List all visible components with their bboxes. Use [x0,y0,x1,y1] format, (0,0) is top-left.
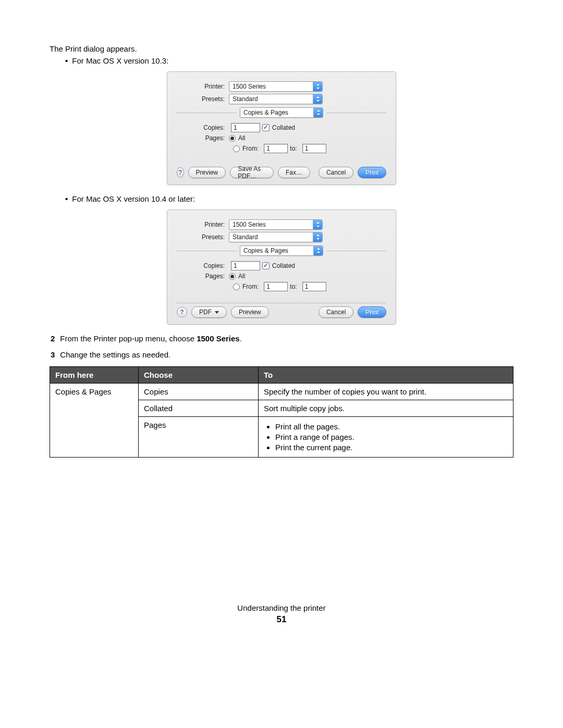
print-dialog-104: Printer: 1500 Series Presets: Standard C… [167,209,396,325]
step-2: 2From the Printer pop-up menu, choose 15… [50,334,513,343]
bullet-103: •For Mac OS X version 10.3: [65,56,513,65]
collated-checkbox[interactable] [262,262,270,269]
divider [326,251,386,251]
pages-all-label: All [238,273,245,280]
collated-checkbox[interactable] [262,124,270,131]
cell-choose: Collated [139,400,259,417]
th-to: To [259,367,513,384]
popup-arrow-icon [313,94,322,104]
help-button[interactable]: ? [177,307,187,317]
th-choose: Choose [139,367,259,384]
preview-button[interactable]: Preview [231,306,269,318]
pages-all-radio[interactable] [229,135,236,142]
section-value: Copies & Pages [243,247,288,254]
presets-popup[interactable]: Standard [229,232,323,242]
pages-to-label: to: [290,145,297,152]
table-row: Copies & Pages Copies Specify the number… [50,384,513,400]
divider [177,251,237,251]
cell-choose: Pages [139,417,259,458]
preview-button[interactable]: Preview [188,167,226,178]
presets-value: Standard [232,95,258,103]
collated-label: Collated [272,124,295,131]
copies-label: Copies: [177,124,229,131]
print-dialog-103: Printer: 1500 Series Presets: Standard C… [167,71,396,185]
pages-to-label: to: [290,283,297,290]
presets-popup[interactable]: Standard [229,94,323,104]
section-value: Copies & Pages [243,109,288,116]
help-button[interactable]: ? [177,167,184,178]
print-button[interactable]: Print [358,306,386,318]
pdf-menu-button[interactable]: PDF [191,306,227,318]
section-popup[interactable]: Copies & Pages [240,245,323,256]
divider [326,113,386,113]
fax-button[interactable]: Fax… [278,167,310,178]
popup-arrow-icon [313,232,322,242]
pages-to-field[interactable]: 1 [302,282,326,291]
footer-title: Understanding the printer [50,603,513,612]
pages-label: Pages: [177,273,229,280]
pages-from-radio[interactable] [233,283,240,290]
pages-all-radio[interactable] [229,273,236,280]
popup-arrow-icon [313,246,323,255]
printer-value: 1500 Series [232,83,266,90]
section-popup[interactable]: Copies & Pages [240,107,323,118]
presets-label: Presets: [177,233,229,241]
printer-label: Printer: [177,221,229,228]
bullet-103-text: For Mac OS X version 10.3: [72,56,168,65]
printer-popup[interactable]: 1500 Series [229,219,323,230]
popup-arrow-icon [313,108,323,117]
presets-value: Standard [232,233,258,241]
intro-text: The Print dialog appears. [50,44,513,53]
popup-arrow-icon [313,82,322,91]
cancel-button[interactable]: Cancel [319,167,353,178]
pages-all-label: All [238,134,245,142]
page-number: 51 [50,614,513,625]
cell-choose: Copies [139,384,259,400]
cell-to: Sort multiple copy jobs. [259,400,513,417]
printer-label: Printer: [177,83,229,90]
bullet-104: •For Mac OS X version 10.4 or later: [65,194,513,203]
printer-value: 1500 Series [232,221,266,228]
th-from-here: From here [50,367,139,384]
cell-to: Specify the number of copies you want to… [259,384,513,400]
pages-from-field[interactable]: 1 [264,282,288,291]
cell-fromhere: Copies & Pages [50,384,139,458]
pages-label: Pages: [177,134,229,142]
settings-table: From here Choose To Copies & Pages Copie… [50,366,513,458]
popup-arrow-icon [313,220,322,229]
bullet-104-text: For Mac OS X version 10.4 or later: [72,194,195,203]
printer-popup[interactable]: 1500 Series [229,81,323,92]
pages-from-label: From: [242,145,259,152]
divider [177,113,237,113]
list-item: Print all the pages. [275,422,508,431]
pages-to-field[interactable]: 1 [302,144,326,153]
pages-from-radio[interactable] [233,145,240,152]
copies-field[interactable]: 1 [231,123,260,132]
list-item: Print the current page. [275,443,508,452]
pages-from-field[interactable]: 1 [264,144,288,153]
copies-label: Copies: [177,262,229,269]
list-item: Print a range of pages. [275,433,508,441]
print-button[interactable]: Print [358,167,386,178]
cancel-button[interactable]: Cancel [319,306,353,318]
copies-field[interactable]: 1 [231,261,260,270]
collated-label: Collated [272,262,295,269]
step-3: 3Change the settings as needed. [50,350,513,359]
triangle-down-icon [215,311,219,314]
presets-label: Presets: [177,95,229,103]
divider [177,303,386,303]
pages-from-label: From: [242,283,259,290]
cell-to: Print all the pages. Print a range of pa… [259,417,513,458]
save-as-pdf-button[interactable]: Save As PDF… [230,167,274,178]
